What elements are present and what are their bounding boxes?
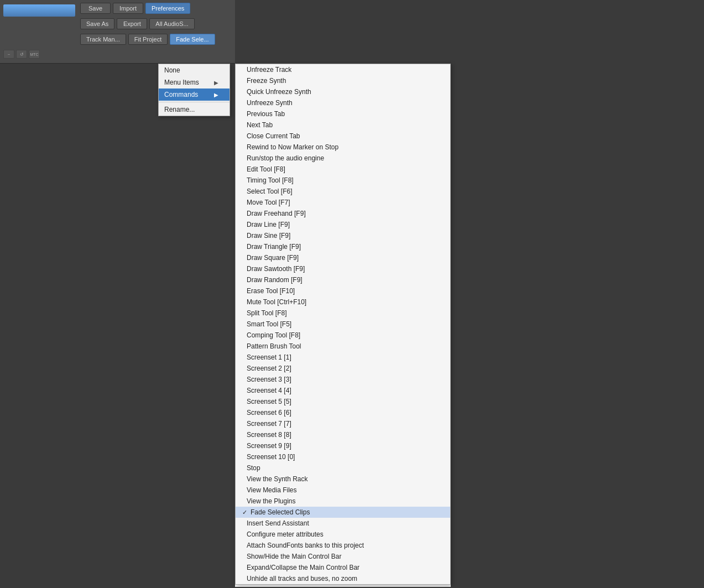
command-item[interactable]: Unfreeze Synth bbox=[236, 97, 450, 108]
wave-icon: ~ bbox=[3, 50, 14, 59]
command-item[interactable]: Erase Tool [F10] bbox=[236, 285, 450, 296]
command-item[interactable]: Expand/Collapse the Main Control Bar bbox=[236, 562, 450, 573]
command-item[interactable]: Draw Square [F9] bbox=[236, 252, 450, 263]
command-item[interactable]: Smart Tool [F5] bbox=[236, 319, 450, 330]
submenu-arrow: ▶ bbox=[214, 80, 218, 86]
command-item[interactable]: Screenset 5 [5] bbox=[236, 396, 450, 407]
fit-project-button[interactable]: Fit Project bbox=[128, 34, 168, 45]
all-audios-button[interactable]: All AudioS... bbox=[149, 18, 194, 29]
menu-item-menu-items[interactable]: Menu Items ▶ bbox=[159, 76, 230, 89]
command-item[interactable]: Configure meter attributes bbox=[236, 529, 450, 540]
command-item[interactable]: Stop bbox=[236, 462, 450, 473]
command-item[interactable]: View the Synth Rack bbox=[236, 473, 450, 485]
command-item[interactable]: View Media Files bbox=[236, 485, 450, 496]
command-item[interactable]: Draw Sine [F9] bbox=[236, 230, 450, 241]
menu-item-none[interactable]: None bbox=[159, 64, 230, 76]
command-item[interactable]: Insert Send Assistant bbox=[236, 518, 450, 529]
commands-submenu: Unfreeze TrackFreeze SynthQuick Unfreeze… bbox=[235, 64, 451, 585]
context-menu: None Menu Items ▶ Commands ▶ Rename... bbox=[158, 64, 230, 116]
command-item[interactable]: Screenset 9 [9] bbox=[236, 440, 450, 451]
command-item[interactable]: Screenset 2 [2] bbox=[236, 363, 450, 374]
track-man-button[interactable]: Track Man... bbox=[80, 34, 126, 45]
fade-sele-button[interactable]: Fade Sele... bbox=[170, 34, 215, 45]
mtc-icon: MTC bbox=[29, 50, 40, 59]
rewind-icon: ↺ bbox=[16, 50, 27, 59]
save-as-button[interactable]: Save As bbox=[80, 18, 114, 29]
command-item[interactable]: Unhide all tracks and buses, no zoom bbox=[236, 573, 450, 584]
command-item[interactable]: Previous Tab bbox=[236, 108, 450, 119]
command-item[interactable]: Unfreeze Track bbox=[236, 64, 450, 75]
command-item[interactable]: View the Plugins bbox=[236, 496, 450, 507]
command-item[interactable]: Rewind to Now Marker on Stop bbox=[236, 142, 450, 153]
import-button[interactable]: Import bbox=[113, 3, 143, 14]
command-item[interactable]: Pattern Brush Tool bbox=[236, 341, 450, 352]
command-item[interactable]: Draw Triangle [F9] bbox=[236, 241, 450, 252]
menu-item-rename[interactable]: Rename... bbox=[159, 103, 230, 116]
command-item[interactable]: Move Tool [F7] bbox=[236, 197, 450, 208]
command-item[interactable]: Split Tool [F8] bbox=[236, 308, 450, 319]
command-item[interactable]: Screenset 4 [4] bbox=[236, 385, 450, 396]
menu-item-commands[interactable]: Commands ▶ bbox=[159, 89, 230, 101]
command-item[interactable]: Screenset 6 [6] bbox=[236, 407, 450, 418]
command-item[interactable]: Attach SoundFonts banks to this project bbox=[236, 540, 450, 551]
toolbar: Save Import Preferences Save As Export A… bbox=[0, 0, 235, 64]
command-item[interactable]: Quick Unfreeze Synth bbox=[236, 86, 450, 97]
command-item[interactable]: Show/Hide the Main Control Bar bbox=[236, 551, 450, 562]
command-item[interactable]: Screenset 10 [0] bbox=[236, 451, 450, 462]
command-item[interactable]: Screenset 1 [1] bbox=[236, 352, 450, 363]
submenu-arrow-commands: ▶ bbox=[214, 92, 218, 98]
command-item[interactable]: Next Tab bbox=[236, 119, 450, 131]
command-item[interactable]: Screenset 3 [3] bbox=[236, 374, 450, 385]
command-item[interactable]: Freeze Synth bbox=[236, 75, 450, 86]
command-item[interactable]: Timing Tool [F8] bbox=[236, 175, 450, 186]
save-button[interactable]: Save bbox=[80, 3, 111, 14]
command-item[interactable]: Draw Random [F9] bbox=[236, 274, 450, 285]
command-item[interactable]: Select Tool [F6] bbox=[236, 186, 450, 197]
command-item[interactable]: Screenset 8 [8] bbox=[236, 429, 450, 440]
preferences-button[interactable]: Preferences bbox=[145, 3, 190, 14]
command-item[interactable]: Fade Selected Clips bbox=[236, 507, 450, 518]
command-item[interactable]: Draw Sawtooth [F9] bbox=[236, 263, 450, 274]
command-item[interactable]: Mute Tool [Ctrl+F10] bbox=[236, 296, 450, 308]
menu-divider bbox=[159, 102, 230, 102]
command-item[interactable]: Run/stop the audio engine bbox=[236, 153, 450, 164]
export-button[interactable]: Export bbox=[117, 18, 147, 29]
command-item[interactable]: Draw Line [F9] bbox=[236, 219, 450, 230]
command-item[interactable]: Screenset 7 [7] bbox=[236, 418, 450, 429]
command-item[interactable]: Close Current Tab bbox=[236, 131, 450, 142]
project-name-bar bbox=[3, 4, 75, 17]
command-item[interactable]: Edit Tool [F8] bbox=[236, 164, 450, 175]
command-item[interactable]: Draw Freehand [F9] bbox=[236, 208, 450, 219]
command-item[interactable]: Comping Tool [F8] bbox=[236, 330, 450, 341]
